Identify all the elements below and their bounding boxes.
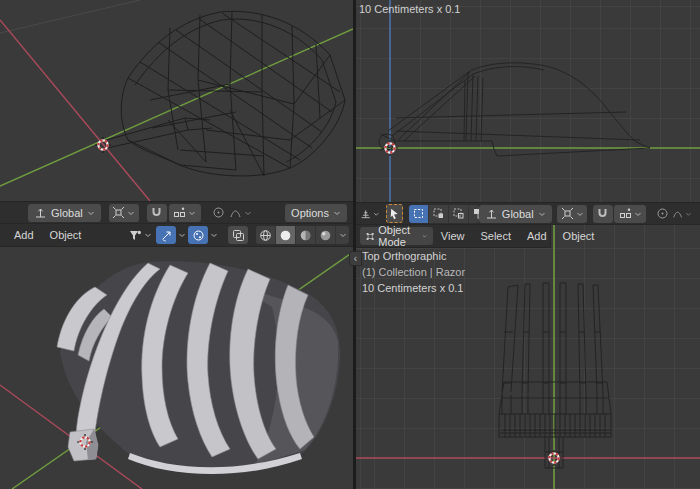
object-mode-icon xyxy=(366,230,374,243)
chevron-down-icon xyxy=(178,231,186,239)
active-tool-select-box[interactable] xyxy=(386,204,404,223)
select-new-icon xyxy=(412,207,425,220)
select-cursor-icon xyxy=(387,207,401,221)
solid-sphere-icon xyxy=(279,229,292,242)
editor-type-dropdown[interactable] xyxy=(360,205,380,223)
proportional-editing-icon xyxy=(212,206,225,219)
shading-material-button[interactable] xyxy=(296,226,316,244)
falloff-curve-icon xyxy=(672,207,683,220)
shading-rendered-button[interactable] xyxy=(316,226,336,244)
magnet-icon xyxy=(596,207,609,220)
viewport-front-orthographic[interactable]: 10 Centimeters x 0.1 xyxy=(356,0,700,202)
overlays-sphere-icon xyxy=(192,229,205,242)
shading-mode-group xyxy=(256,226,349,244)
orientation-axes-icon xyxy=(34,206,47,219)
sidebar-toggle-arrow[interactable]: ‹ xyxy=(349,251,362,266)
editor-3d-viewport-icon xyxy=(360,207,371,221)
transform-orientation-dropdown[interactable]: Global xyxy=(28,204,101,222)
viewport-wireframe-perspective[interactable] xyxy=(0,0,353,201)
magnet-icon xyxy=(150,206,163,219)
snap-toggle-button[interactable] xyxy=(593,205,613,223)
pivot-point-icon xyxy=(561,207,574,220)
falloff-curve-icon xyxy=(229,206,242,219)
shading-solid-button[interactable] xyxy=(276,226,296,244)
select-mode-group xyxy=(409,205,479,223)
right-viewport-header-row1: Global xyxy=(356,202,700,225)
proportional-editing-toggle[interactable] xyxy=(209,204,229,222)
cursor-3d xyxy=(77,434,94,451)
viewport-solid-perspective[interactable] xyxy=(0,247,353,489)
snap-settings-dropdown[interactable] xyxy=(614,205,646,223)
snap-target-icon xyxy=(173,206,186,219)
xray-icon xyxy=(232,229,245,242)
chevron-down-icon xyxy=(210,231,218,239)
show-overlays-toggle[interactable] xyxy=(188,226,208,244)
orientation-axes-icon xyxy=(485,207,498,220)
snap-toggle-button[interactable] xyxy=(147,204,167,222)
select-menu[interactable]: Select xyxy=(472,228,519,244)
chevron-down-icon xyxy=(576,210,584,218)
wireframe-sphere-icon xyxy=(259,229,272,242)
chevron-down-icon xyxy=(634,210,642,218)
xray-toggle[interactable] xyxy=(228,226,248,244)
mode-dropdown[interactable]: Object Mode xyxy=(360,227,433,245)
object-menu[interactable]: Object xyxy=(555,228,603,244)
viewport-top-orthographic[interactable]: Top Orthographic (1) Collection | Razor … xyxy=(356,225,700,489)
chevron-down-icon xyxy=(87,209,95,217)
razor-solid-model xyxy=(57,261,340,474)
select-mode-invert[interactable] xyxy=(469,205,479,223)
shading-wireframe-button[interactable] xyxy=(256,226,276,244)
left-viewport-header-row1: Global Options xyxy=(0,201,353,224)
mode-label: Object Mode xyxy=(378,224,418,248)
select-mode-new[interactable] xyxy=(409,205,429,223)
top-orthographic-canvas xyxy=(356,225,700,489)
select-extend-icon xyxy=(432,207,445,220)
shading-dropdown[interactable] xyxy=(336,226,349,244)
razor-wireframe-top xyxy=(499,283,611,468)
add-menu[interactable]: Add xyxy=(6,227,42,243)
chevron-down-icon xyxy=(538,210,546,218)
floor-line xyxy=(0,0,140,33)
object-menu[interactable]: Object xyxy=(42,227,90,243)
proportional-editing-toggle[interactable] xyxy=(652,205,672,223)
chevron-down-icon xyxy=(333,209,341,217)
snap-settings-dropdown[interactable] xyxy=(169,204,201,222)
select-mode-extend[interactable] xyxy=(429,205,449,223)
proportional-falloff-dropdown[interactable] xyxy=(672,205,692,223)
orientation-label: Global xyxy=(51,207,83,219)
razor-wireframe-front xyxy=(379,63,650,156)
proportional-editing-icon xyxy=(656,207,669,220)
pivot-point-dropdown[interactable] xyxy=(557,205,587,223)
front-orthographic-canvas xyxy=(356,0,700,202)
material-sphere-icon xyxy=(299,229,312,242)
overlays-dropdown[interactable] xyxy=(208,226,220,244)
snap-target-icon xyxy=(619,207,632,220)
view-menu[interactable]: View xyxy=(433,228,473,244)
object-visibility-dropdown[interactable] xyxy=(128,226,152,244)
wireframe-perspective-canvas xyxy=(0,0,353,201)
options-dropdown[interactable]: Options xyxy=(285,204,347,222)
chevron-down-icon xyxy=(422,232,427,240)
cursor-3d xyxy=(382,140,399,157)
add-menu[interactable]: Add xyxy=(519,228,555,244)
chevron-down-icon xyxy=(127,209,135,217)
chevron-down-icon xyxy=(244,209,252,217)
proportional-falloff-dropdown[interactable] xyxy=(229,204,252,222)
pivot-point-icon xyxy=(112,206,125,219)
gizmo-dropdown[interactable] xyxy=(176,226,188,244)
chevron-down-icon xyxy=(339,231,347,239)
axis-x-red xyxy=(0,20,150,201)
chevron-down-icon xyxy=(373,210,380,218)
transform-orientation-dropdown[interactable]: Global xyxy=(479,205,552,223)
filter-funnel-icon xyxy=(128,229,142,242)
select-mode-subtract[interactable] xyxy=(449,205,469,223)
rendered-sphere-icon xyxy=(319,229,332,242)
show-gizmo-toggle[interactable] xyxy=(156,226,176,244)
right-viewport-header-row2: Object Mode View Select Add Object xyxy=(356,225,551,248)
select-invert-icon xyxy=(472,207,479,220)
select-subtract-icon xyxy=(452,207,465,220)
chevron-down-icon xyxy=(144,231,152,239)
gizmo-arrow-icon xyxy=(160,229,173,242)
pivot-point-dropdown[interactable] xyxy=(109,204,139,222)
left-viewport-header-row2: Add Object xyxy=(0,224,353,247)
